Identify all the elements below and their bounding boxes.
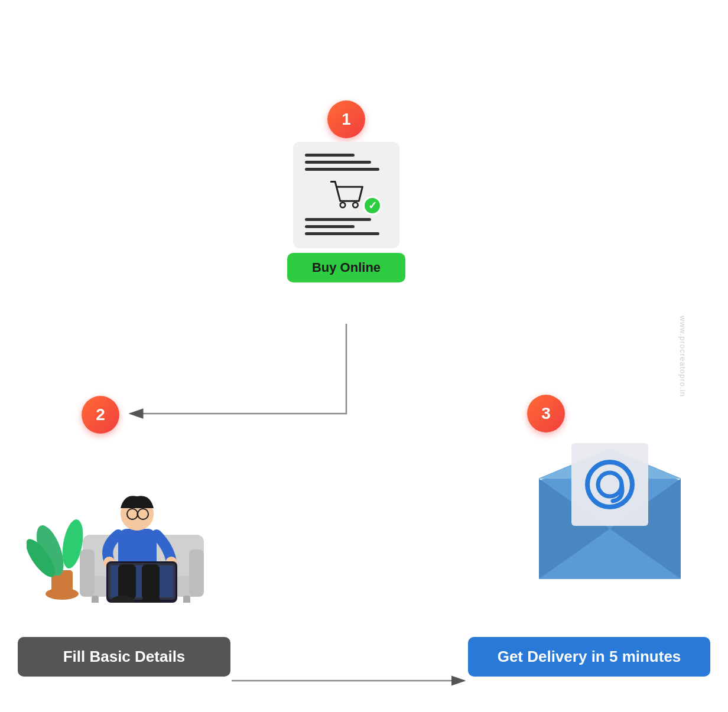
svg-rect-29	[571, 443, 648, 526]
email-svg	[527, 431, 693, 597]
document-card: ✓	[293, 142, 399, 248]
connector-lines	[0, 0, 728, 712]
doc-line-4	[305, 218, 371, 221]
person-svg	[27, 437, 204, 603]
cart-icon-wrapper: ✓	[305, 177, 388, 212]
fill-basic-details-label: Fill Basic Details	[18, 637, 230, 677]
get-delivery-label: Get Delivery in 5 minutes	[468, 637, 710, 677]
step-1-badge: 1	[327, 100, 365, 138]
check-badge: ✓	[363, 196, 382, 215]
doc-line-1	[305, 154, 355, 157]
step-3-badge: 3	[527, 395, 565, 433]
doc-line-2	[305, 161, 371, 164]
doc-line-3	[305, 168, 379, 171]
doc-line-5	[305, 225, 355, 228]
step-2-badge: 2	[82, 396, 119, 434]
svg-point-2	[353, 203, 358, 208]
svg-rect-24	[118, 564, 136, 600]
person-illustration	[27, 437, 204, 603]
svg-rect-13	[183, 596, 190, 603]
step-2-number: 2	[96, 405, 105, 424]
svg-rect-10	[80, 550, 95, 597]
buy-online-card: ✓ Buy Online	[287, 142, 405, 282]
step-3-number: 3	[541, 404, 551, 423]
svg-rect-11	[189, 550, 204, 597]
email-illustration	[527, 431, 693, 597]
doc-line-6	[305, 232, 379, 235]
buy-online-button[interactable]: Buy Online	[287, 253, 405, 282]
svg-rect-12	[92, 596, 99, 603]
watermark: www.procreatopro.in	[678, 316, 687, 397]
cart-icon	[326, 177, 367, 212]
page-container: 1 2 3 ✓	[0, 0, 728, 712]
doc-lines-bottom	[305, 218, 388, 235]
svg-rect-25	[142, 564, 160, 600]
step-1-number: 1	[342, 110, 351, 129]
doc-lines-top	[305, 154, 388, 171]
svg-point-1	[340, 203, 346, 208]
